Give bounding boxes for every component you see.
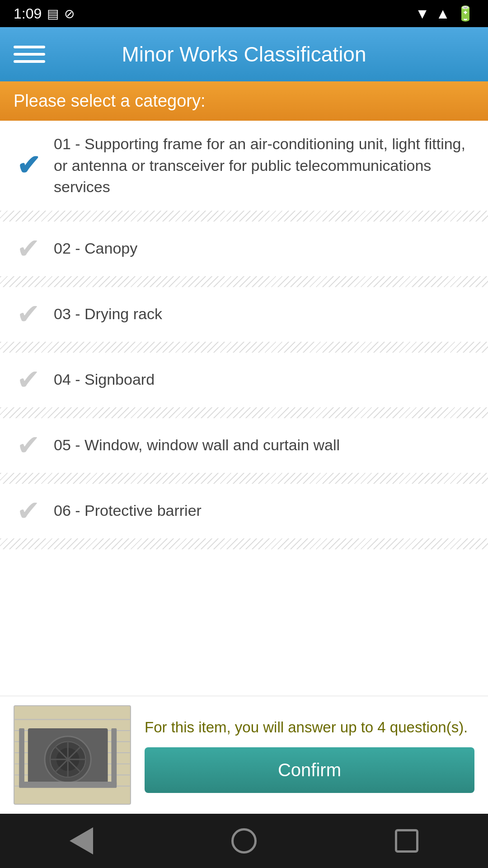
checkmark-06: ✔ bbox=[17, 497, 40, 525]
item-label-05: 05 - Window, window wall and curtain wal… bbox=[54, 434, 474, 456]
item-label-04: 04 - Signboard bbox=[54, 369, 474, 391]
back-button[interactable] bbox=[63, 823, 99, 859]
home-icon bbox=[231, 828, 257, 854]
check-icon-01: ✔ bbox=[14, 151, 43, 180]
hamburger-line-3 bbox=[14, 60, 45, 63]
item-label-06: 06 - Protective barrier bbox=[54, 500, 474, 522]
checkmark-03: ✔ bbox=[17, 300, 40, 328]
recent-icon bbox=[395, 829, 418, 853]
list-item-05[interactable]: ✔05 - Window, window wall and curtain wa… bbox=[0, 418, 488, 473]
confirm-button[interactable]: Confirm bbox=[145, 747, 474, 793]
item-label-01: 01 - Supporting frame for an air-conditi… bbox=[54, 133, 474, 198]
category-banner: Please select a category: bbox=[0, 81, 488, 121]
svg-rect-17 bbox=[19, 782, 117, 788]
check-icon-02: ✔ bbox=[14, 234, 43, 264]
separator-03 bbox=[0, 342, 488, 353]
banner-text: Please select a category: bbox=[14, 91, 206, 110]
ac-unit-image bbox=[14, 705, 131, 805]
hamburger-line-1 bbox=[14, 46, 45, 48]
separator-01 bbox=[0, 211, 488, 222]
checkmark-04: ✔ bbox=[17, 366, 40, 394]
hamburger-line-2 bbox=[14, 53, 45, 56]
list-item-06[interactable]: ✔06 - Protective barrier bbox=[0, 484, 488, 538]
do-not-disturb-icon: ⊘ bbox=[64, 6, 75, 21]
wifi-icon: ▼ bbox=[415, 5, 430, 22]
status-time: 1:09 bbox=[14, 5, 42, 22]
bottom-panel: For this item, you will answer up to 4 q… bbox=[0, 696, 488, 814]
page-title: Minor Works Classification bbox=[45, 42, 443, 66]
recent-button[interactable] bbox=[389, 823, 425, 859]
item-label-03: 03 - Drying rack bbox=[54, 303, 474, 325]
separator-04 bbox=[0, 407, 488, 418]
list-item-02[interactable]: ✔02 - Canopy bbox=[0, 222, 488, 276]
list-item-04[interactable]: ✔04 - Signboard bbox=[0, 353, 488, 407]
status-left: 1:09 ▤ ⊘ bbox=[14, 5, 75, 22]
app-header: Minor Works Classification bbox=[0, 27, 488, 81]
separator-05 bbox=[0, 473, 488, 484]
svg-rect-18 bbox=[19, 728, 24, 786]
checkmark-05: ✔ bbox=[17, 431, 40, 459]
check-icon-03: ✔ bbox=[14, 300, 43, 329]
battery-icon: 🔋 bbox=[456, 5, 474, 22]
list-item-01[interactable]: ✔01 - Supporting frame for an air-condit… bbox=[0, 121, 488, 211]
item-label-02: 02 - Canopy bbox=[54, 238, 474, 259]
back-icon bbox=[70, 827, 93, 854]
check-icon-05: ✔ bbox=[14, 431, 43, 460]
check-icon-04: ✔ bbox=[14, 365, 43, 395]
check-icon-06: ✔ bbox=[14, 496, 43, 526]
sim-card-icon: ▤ bbox=[47, 6, 59, 21]
signal-icon: ▲ bbox=[436, 5, 450, 22]
checkmark-01: ✔ bbox=[17, 151, 40, 179]
svg-rect-19 bbox=[111, 728, 117, 786]
category-list: ✔01 - Supporting frame for an air-condit… bbox=[0, 121, 488, 696]
separator-06 bbox=[0, 538, 488, 549]
status-bar: 1:09 ▤ ⊘ ▼ ▲ 🔋 bbox=[0, 0, 488, 27]
status-right: ▼ ▲ 🔋 bbox=[415, 5, 474, 22]
home-button[interactable] bbox=[226, 823, 262, 859]
menu-button[interactable] bbox=[14, 46, 45, 63]
checkmark-02: ✔ bbox=[17, 235, 40, 263]
nav-bar bbox=[0, 814, 488, 868]
list-item-03[interactable]: ✔03 - Drying rack bbox=[0, 287, 488, 342]
info-text: For this item, you will answer up to 4 q… bbox=[145, 717, 474, 738]
bottom-right-panel: For this item, you will answer up to 4 q… bbox=[145, 705, 474, 805]
separator-02 bbox=[0, 276, 488, 287]
